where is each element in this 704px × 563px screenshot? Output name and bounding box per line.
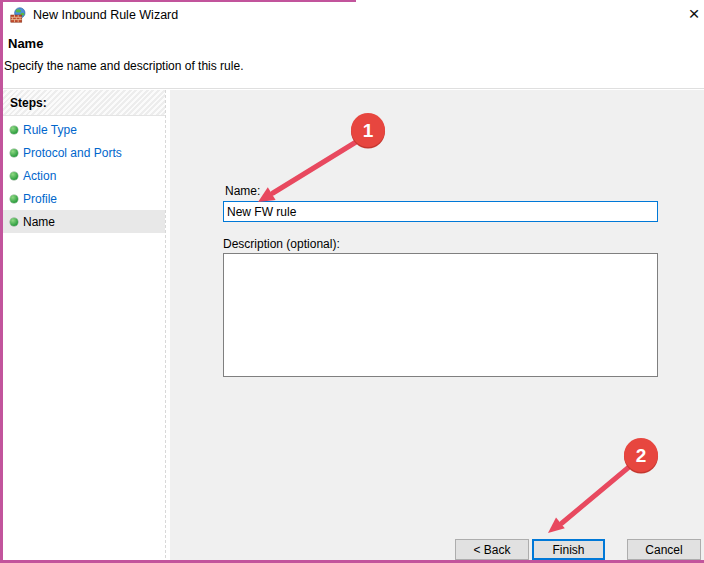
page-title: Name — [8, 36, 43, 51]
step-bullet-icon — [10, 195, 18, 203]
header-divider — [0, 88, 704, 89]
highlight-border-top — [0, 0, 356, 2]
step-bullet-icon — [10, 149, 18, 157]
page-subtitle: Specify the name and description of this… — [4, 59, 243, 73]
steps-list: Rule Type Protocol and Ports Action Prof… — [2, 118, 165, 233]
sidebar-item-label: Profile — [23, 192, 57, 206]
firewall-icon — [10, 7, 26, 23]
steps-header: Steps: — [2, 90, 165, 116]
description-field-label: Description (optional): — [223, 237, 340, 251]
titlebar: New Inbound Rule Wizard × — [0, 0, 704, 30]
step-bullet-icon — [10, 172, 18, 180]
new-inbound-rule-wizard-window: New Inbound Rule Wizard × Name Specify t… — [0, 0, 704, 563]
back-button[interactable]: < Back — [455, 539, 529, 560]
sidebar-item-rule-type[interactable]: Rule Type — [2, 118, 165, 141]
sidebar-item-label: Name — [23, 215, 55, 229]
highlight-border-left — [0, 0, 3, 563]
cancel-button[interactable]: Cancel — [627, 539, 701, 560]
step-bullet-icon — [10, 126, 18, 134]
close-icon: × — [688, 4, 699, 23]
sidebar-item-protocol-and-ports[interactable]: Protocol and Ports — [2, 141, 165, 164]
finish-button[interactable]: Finish — [532, 539, 605, 560]
sidebar-item-label: Protocol and Ports — [23, 146, 122, 160]
sidebar-item-action[interactable]: Action — [2, 164, 165, 187]
sidebar-item-label: Action — [23, 169, 56, 183]
name-field-label: Name: — [225, 184, 260, 198]
sidebar-item-label: Rule Type — [23, 123, 77, 137]
rule-description-textarea[interactable] — [223, 253, 658, 377]
window-title: New Inbound Rule Wizard — [33, 8, 178, 22]
steps-sidebar: Steps: Rule Type Protocol and Ports Acti… — [2, 90, 166, 563]
rule-name-input[interactable] — [223, 201, 658, 222]
sidebar-item-name[interactable]: Name — [2, 210, 165, 233]
step-bullet-icon — [10, 218, 18, 226]
sidebar-item-profile[interactable]: Profile — [2, 187, 165, 210]
close-button[interactable]: × — [684, 2, 704, 24]
